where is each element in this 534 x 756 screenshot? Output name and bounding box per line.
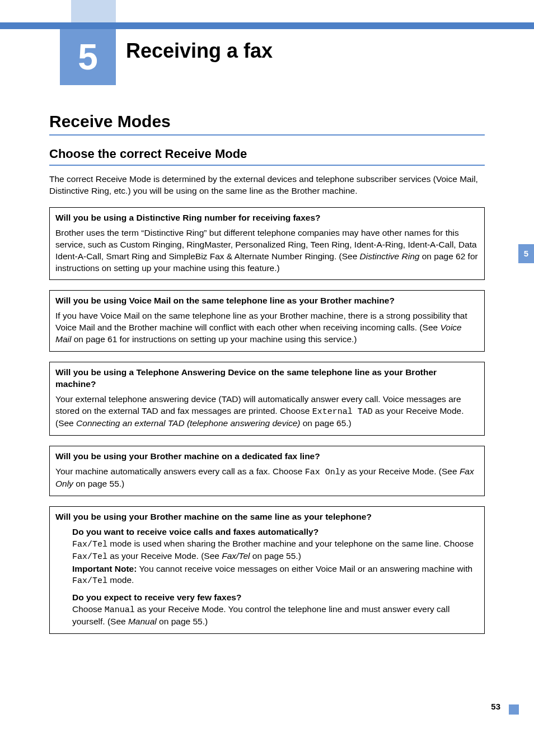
page-number: 53 [491,702,500,711]
text: on page 65.) [300,418,351,428]
box-question: Will you be using your Brother machine o… [55,511,479,523]
info-box-fax-only: Will you be using your Brother machine o… [49,446,485,496]
info-box-distinctive-ring: Will you be using a Distinctive Ring num… [49,207,485,281]
code-fax-tel: Fax/Tel [72,576,107,586]
sub-block-manual: Do you expect to receive very few faxes?… [72,592,479,628]
sub-body: Choose Manual as your Receive Mode. You … [72,604,479,628]
decor-top-bar [0,22,534,29]
box-body: If you have Voice Mail on the same telep… [55,310,479,346]
page: 5 Receiving a fax 5 Receive Modes Choose… [0,0,534,756]
box-question: Will you be using Voice Mail on the same… [55,295,479,307]
code-fax-tel: Fax/Tel [72,540,107,549]
sub-body: Fax/Tel mode is used when sharing the Br… [72,538,479,563]
link-manual[interactable]: Manual [128,617,157,626]
section-heading: Receive Modes [49,112,485,136]
code-manual: Manual [105,605,135,615]
intro-paragraph: The correct Receive Mode is determined b… [49,174,485,197]
text: Your machine automatically answers every… [55,466,305,476]
code-external-tad: External TAD [312,407,373,417]
box-body: Brother uses the term “Distinctive Ring”… [55,227,479,274]
text: Choose [72,604,105,614]
text: as your Receive Mode. (See [107,551,222,561]
text: mode is used when sharing the Brother ma… [107,539,474,548]
chapter-title: Receiving a fax [126,39,273,63]
link-fax-tel[interactable]: Fax/Tel [222,551,250,561]
box-body: Your machine automatically answers every… [55,466,479,490]
code-fax-tel: Fax/Tel [72,552,107,562]
subsection-heading: Choose the correct Receive Mode [49,147,485,166]
decor-bottom-corner [509,704,519,715]
side-tab-label: 5 [524,249,528,258]
text: on page 61 for instructions on setting u… [71,334,357,344]
box-question: Will you be using a Distinctive Ring num… [55,212,479,224]
important-note: Important Note: You cannot receive voice… [72,563,479,587]
link-distinctive-ring[interactable]: Distinctive Ring [360,251,420,261]
link-external-tad[interactable]: Connecting an external TAD (telephone an… [76,418,300,428]
box-question: Will you be using your Brother machine o… [55,451,479,463]
chapter-number: 5 [78,37,98,77]
sub-question: Do you want to receive voice calls and f… [72,526,479,538]
text: on page 55.) [250,551,301,561]
decor-top-block [71,0,116,22]
text: If you have Voice Mail on the same telep… [55,311,467,332]
box-body: Your external telephone answering device… [55,394,479,430]
side-tab: 5 [518,244,534,263]
box-question: Will you be using a Telephone Answering … [55,367,479,390]
sub-block-auto: Do you want to receive voice calls and f… [72,526,479,587]
content-area: Receive Modes Choose the correct Receive… [49,106,485,644]
note-label: Important Note: [72,564,137,573]
info-box-tad: Will you be using a Telephone Answering … [49,362,485,436]
text: on page 55.) [157,617,208,626]
text: on page 55.) [73,479,124,488]
info-box-same-line: Will you be using your Brother machine o… [49,506,485,634]
info-box-voice-mail: Will you be using Voice Mail on the same… [49,290,485,352]
text: as your Receive Mode. (See [345,466,460,476]
chapter-number-box: 5 [60,29,116,85]
text: You cannot receive voice messages on eit… [137,564,472,573]
text: mode. [107,575,134,585]
code-fax-only: Fax Only [305,468,345,477]
sub-question: Do you expect to receive very few faxes? [72,592,479,604]
